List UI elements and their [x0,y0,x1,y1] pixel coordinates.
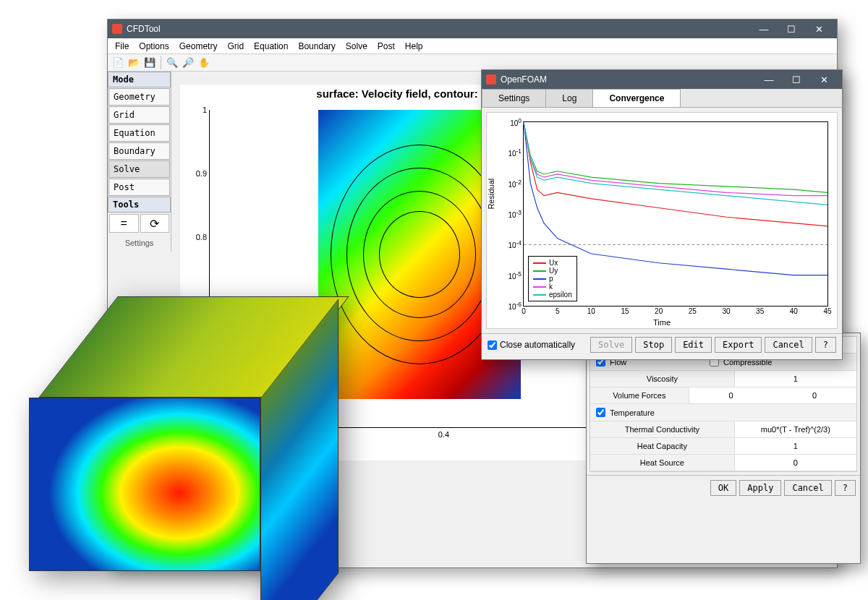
mode-post[interactable]: Post [109,179,170,196]
minimize-button[interactable]: — [755,70,783,89]
menu-file[interactable]: File [111,40,133,53]
tabs: Settings Log Convergence [482,89,842,108]
menu-geometry[interactable]: Geometry [175,40,222,53]
zoom-out-icon[interactable]: 🔎 [181,56,195,70]
menu-post[interactable]: Post [373,40,399,53]
viscosity-field[interactable]: 1 [735,371,856,387]
legend: UxUypkepsilon [528,256,577,301]
cancel-button[interactable]: Cancel [765,337,812,353]
ok-button[interactable]: OK [710,480,736,496]
tab-settings[interactable]: Settings [482,89,546,107]
solve-tool-icon[interactable]: = [109,214,139,233]
volforces-field-2[interactable]: 0 [773,387,856,403]
mode-geometry[interactable]: Geometry [109,88,170,106]
minimize-button[interactable]: — [750,20,778,38]
ytick: 0.9 [196,169,210,178]
mode-panel: Mode Geometry Grid Equation Boundary Sol… [108,72,171,252]
help-button[interactable]: ? [815,337,836,353]
solve-button[interactable]: Solve [590,337,632,353]
tools-header: Tools [108,197,171,213]
menu-boundary[interactable]: Boundary [294,40,339,53]
xtick: 0.4 [438,427,449,439]
close-auto-checkbox[interactable] [488,340,497,350]
thermcond-field[interactable]: mu0*(T - Tref)^(2/3) [735,421,856,437]
menu-equation[interactable]: Equation [250,40,292,53]
mode-solve[interactable]: Solve [109,160,170,178]
menu-grid[interactable]: Grid [223,40,248,53]
window-title: CFDTool [127,24,750,34]
temperature-checkbox[interactable] [596,408,605,417]
mode-header: Mode [108,72,171,87]
convergence-chart[interactable]: Residual Time 10010-110-210-310-410-510-… [486,112,838,329]
zoom-in-icon[interactable]: 🔍 [165,56,179,70]
titlebar[interactable]: CFDTool — ☐ ✕ [108,20,837,38]
menubar: File Options Geometry Grid Equation Boun… [108,38,837,54]
ytick: 1 [203,106,210,114]
volforces-field-1[interactable]: 0 [689,387,773,403]
mode-boundary[interactable]: Boundary [109,142,170,160]
heatsrc-field[interactable]: 0 [735,455,856,471]
stop-button[interactable]: Stop [635,337,672,353]
xlabel: Time [653,318,671,327]
cube-front-face [29,398,260,571]
ylabel: Residual [487,179,495,210]
openfoam-window: OpenFOAM — ☐ ✕ Settings Log Convergence … [481,69,843,360]
heatcap-field[interactable]: 1 [735,438,856,454]
mode-grid[interactable]: Grid [109,106,170,124]
export-button[interactable]: Export [715,337,762,353]
menu-solve[interactable]: Solve [341,40,372,53]
mode-equation[interactable]: Equation [109,124,170,142]
cube-3d-visualization [29,296,340,586]
tab-convergence[interactable]: Convergence [592,89,681,107]
equation-properties-window: Density1.225 Flow Compressible Viscosity… [586,333,861,564]
menu-help[interactable]: Help [401,40,427,53]
maximize-button[interactable]: ☐ [783,70,810,89]
window-title: OpenFOAM [501,74,755,85]
pan-icon[interactable]: ✋ [197,56,211,70]
heatcap-label: Heat Capacity [590,438,735,454]
tab-log[interactable]: Log [545,89,593,107]
volforces-label: Volume Forces [590,387,689,403]
app-icon [486,74,496,85]
new-icon[interactable]: 📄 [111,56,125,70]
thermcond-label: Thermal Conductivity [590,421,735,437]
chart-axes: 10010-110-210-310-410-510-6 051015202530… [523,121,828,307]
heatsrc-label: Heat Source [590,455,735,471]
close-button[interactable]: ✕ [810,70,838,89]
open-icon[interactable]: 📂 [127,56,141,70]
viscosity-label: Viscosity [590,371,735,387]
edit-button[interactable]: Edit [675,337,712,353]
titlebar[interactable]: OpenFOAM — ☐ ✕ [482,70,842,89]
maximize-button[interactable]: ☐ [778,20,805,38]
close-button[interactable]: ✕ [805,20,833,38]
temperature-label: Temperature [610,408,655,417]
help-button[interactable]: ? [835,480,856,496]
apply-button[interactable]: Apply [739,480,781,496]
app-icon [112,24,122,34]
settings-link[interactable]: Settings [108,234,171,252]
ytick: 0.8 [196,233,210,241]
close-auto-label: Close automatically [500,340,575,350]
cancel-button[interactable]: Cancel [784,480,831,496]
restart-tool-icon[interactable]: ⟳ [140,214,170,233]
menu-options[interactable]: Options [135,40,173,53]
save-icon[interactable]: 💾 [142,56,157,70]
